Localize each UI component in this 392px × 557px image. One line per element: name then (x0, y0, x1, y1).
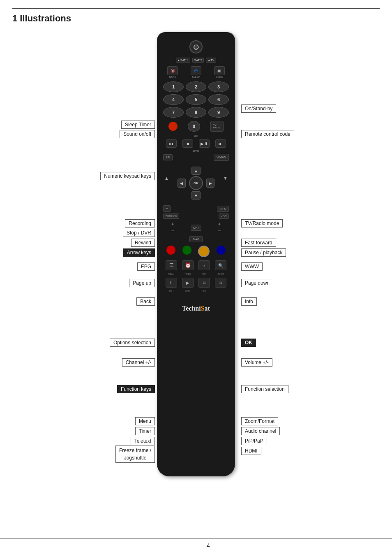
recording-label: Recording (125, 219, 155, 227)
ton-label: TON (198, 273, 210, 275)
sat2-button[interactable]: SAT 2 (192, 58, 204, 63)
fast-forward-button[interactable]: ⏭ (215, 139, 226, 148)
icon-row: 🔇 MUTE 💤 SLEEP ▣ CODE (161, 66, 231, 78)
num-1[interactable]: 1 (163, 81, 184, 92)
page-title: 1 Illustrations (12, 13, 380, 24)
fn-blue-key[interactable] (217, 246, 226, 255)
num-0[interactable]: 0 (188, 121, 200, 132)
ok-button[interactable]: OK (189, 176, 203, 190)
code-button[interactable]: ▣ (214, 66, 225, 75)
hdmi-label: HDMI (241, 447, 261, 455)
numpad: 1 2 3 4 5 6 7 8 9 (163, 81, 229, 118)
ch-minus[interactable]: − (171, 228, 174, 234)
numeric-keypad-label: Numeric keypad keys (100, 172, 155, 180)
freeze-frame-label: Freeze frame /Jogshuttle (115, 446, 155, 463)
stop-button[interactable]: ■ (182, 139, 193, 148)
pip-button[interactable]: ⊡ (198, 278, 210, 288)
num-5[interactable]: 5 (186, 94, 206, 105)
timer-button[interactable]: ⏰ (182, 260, 194, 270)
bottom-fn-row-1: ☰ ⏰ ♪ 🔍 (163, 260, 229, 270)
bottom-labels-row-2: STILL HDMI PIP (163, 290, 229, 292)
fn-yellow-key[interactable] (198, 246, 210, 257)
zoom-format-label: Zoom/Format (241, 417, 278, 425)
page-down-label: Page down (241, 279, 273, 287)
arrow-left-button[interactable]: ◀ (178, 179, 186, 188)
function-keys-row (163, 246, 229, 257)
nav-row: NAV (163, 236, 229, 242)
page-up-indicator: ▲ (164, 176, 169, 181)
back-info-row: ↩ INFO (163, 205, 229, 212)
sat1-button[interactable]: ● SAT 1 (176, 58, 190, 63)
ch-plus[interactable]: + (171, 221, 174, 227)
bottom-fn-row-2: ⏸ ▶ ⊡ ⊟ (163, 278, 229, 288)
www-button[interactable]: WWW (214, 154, 229, 161)
num-9[interactable]: 9 (208, 107, 229, 118)
record-button[interactable] (168, 122, 178, 131)
menu-button[interactable]: ☰ (166, 260, 177, 270)
zoom-button[interactable]: 🔍 (215, 260, 226, 270)
num-2[interactable]: 2 (186, 81, 206, 92)
num-4[interactable]: 4 (163, 94, 184, 105)
sound-onoff-label: Sound on/off (120, 130, 155, 138)
vor-button[interactable]: VOR (219, 214, 229, 219)
num-3[interactable]: 3 (208, 81, 229, 92)
tv-button[interactable]: ● TV (206, 58, 216, 63)
play-pause-button[interactable]: ▶⏸ (199, 139, 210, 148)
remote-body: ⏻ ● SAT 1 SAT 2 ● TV 🔇 MUTE 💤 S (157, 32, 235, 476)
still-button[interactable]: ⏸ (166, 278, 177, 288)
function-keys-label: Function keys (117, 385, 155, 393)
tv-radio-button[interactable]: TVRADIO (210, 121, 224, 132)
volume-plusminus-label: Volume +/- (241, 358, 272, 367)
pip-pap-label: PiP/PaP (241, 437, 267, 445)
menu-label: MENU (165, 273, 178, 275)
epg-label: EPG (137, 262, 155, 271)
vol-plus[interactable]: + (218, 221, 221, 227)
www-label: WWW (241, 262, 263, 271)
function-selection-label: Function selection (241, 385, 288, 393)
play-button[interactable]: ▶ (182, 278, 194, 288)
arrow-down-button[interactable]: ▼ (191, 191, 201, 200)
page-number: 4 (12, 542, 392, 549)
sleep-label: SLEEP (192, 76, 200, 78)
fn-red-key[interactable] (166, 246, 175, 255)
opt-row: + − OPT + − (163, 221, 229, 234)
fn-green-key[interactable] (182, 246, 191, 255)
num-8[interactable]: 8 (186, 107, 206, 118)
power-button[interactable]: ⏻ (189, 40, 203, 53)
pip-label: PIP (198, 290, 210, 292)
arrow-keys-label: Arrow keys (123, 248, 155, 257)
ok-label: OK (241, 339, 256, 347)
source-row: ● SAT 1 SAT 2 ● TV (161, 58, 231, 63)
page-container: 1 Illustrations ⏻ ● SAT 1 SAT 2 ● TV 🔇 (0, 0, 392, 557)
epg-www-row: SFI WWW (163, 154, 229, 161)
tone-button[interactable]: ♪ (198, 260, 210, 270)
arrow-right-button[interactable]: ▶ (206, 179, 214, 188)
bottom-border (0, 538, 392, 538)
pause-playback-label: Pause / playback (241, 248, 286, 257)
zuruck-button[interactable]: ZURÜCK (163, 214, 179, 219)
nav-button[interactable]: NAV (189, 236, 203, 242)
bottom-labels-row-1: MENU TIMER TON ZOOM (163, 273, 229, 275)
remote-control: ⏻ ● SAT 1 SAT 2 ● TV 🔇 MUTE 💤 S (157, 32, 235, 476)
num-7[interactable]: 7 (163, 107, 184, 118)
zoom-label: ZOOM (214, 273, 227, 275)
options-selection-label: Options selection (110, 339, 155, 347)
hdmi-btn[interactable]: ⊟ (215, 278, 226, 288)
av-label: AV (161, 134, 231, 138)
mute-button[interactable]: 🔇 (167, 66, 178, 75)
hdmi-label-2: HDMI (182, 290, 194, 292)
fast-forward-label: Fast forward (241, 239, 276, 247)
back-button[interactable]: ↩ (163, 205, 171, 212)
remote-control-code-label: Remote control code (241, 130, 294, 138)
tv-radio-mode-label: TV/Radio mode (241, 219, 283, 227)
num-6[interactable]: 6 (208, 94, 229, 105)
top-border (12, 8, 380, 9)
vol-minus[interactable]: − (218, 228, 221, 234)
epg-button[interactable]: SFI (163, 154, 173, 160)
opt-button[interactable]: OPT (191, 225, 201, 231)
rewind-button[interactable]: ⏮ (166, 139, 177, 148)
info-button[interactable]: INFO (217, 206, 229, 212)
transport-row: ⏮ ■ ▶⏸ ⏭ (163, 139, 229, 148)
sleep-button[interactable]: 💤 (191, 66, 201, 75)
arrow-up-button[interactable]: ▲ (191, 167, 201, 175)
